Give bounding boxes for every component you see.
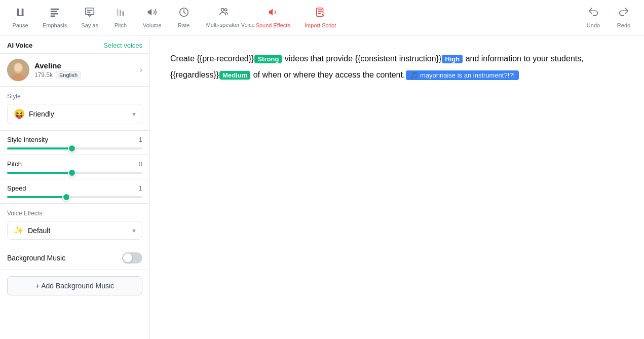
undo-label: Undo: [587, 22, 600, 28]
pitch-thumb[interactable]: [68, 169, 76, 177]
avatar: [7, 59, 29, 81]
style-intensity-slider[interactable]: [7, 147, 142, 149]
emphasis-icon: [49, 7, 60, 20]
speed-header: Speed 1: [7, 184, 142, 192]
svg-rect-2: [51, 9, 59, 10]
redo-icon: [618, 7, 629, 20]
svg-rect-1: [22, 9, 24, 16]
editor-text: videos that provide: [282, 54, 355, 63]
toolbar-pause[interactable]: Pause: [5, 4, 35, 31]
toolbar-multi-speaker[interactable]: Multi-speaker Voice: [199, 3, 249, 31]
pitch-row: Pitch 0: [0, 155, 149, 179]
volume-label: Volume: [143, 22, 162, 28]
toolbar-import-script[interactable]: Import Script: [297, 4, 343, 31]
editor-curly: {{consistent instruction}}: [355, 54, 442, 63]
add-bg-music-button[interactable]: + Add Background Music: [7, 276, 142, 295]
style-value: Friendly: [29, 110, 54, 118]
toolbar-volume[interactable]: Volume: [136, 4, 169, 31]
toolbar-sound-effects[interactable]: Sound Effects: [249, 4, 297, 31]
svg-rect-7: [87, 10, 93, 11]
pitch-label: Pitch: [115, 22, 127, 28]
toolbar-pitch[interactable]: Pitch: [105, 4, 136, 31]
style-intensity-header: Style Intensity 1: [7, 136, 142, 143]
svg-point-19: [15, 63, 22, 71]
sound-effect-tag[interactable]: 🎵 mayonnaise is an instrument?!?!: [406, 70, 519, 80]
bg-music-row: Background Music: [7, 252, 142, 263]
svg-point-13: [221, 9, 224, 11]
undo-button[interactable]: Undo: [578, 4, 609, 31]
main-content: AI Voice Select voices Aveline 179.5k En…: [0, 35, 644, 339]
svg-rect-0: [17, 9, 19, 16]
voice-effects-label: Voice Effects: [7, 210, 142, 217]
speed-slider[interactable]: [7, 196, 142, 198]
multi-speaker-label: Multi-speaker Voice: [206, 22, 242, 28]
editor-text: Create: [170, 54, 197, 63]
speed-fill: [7, 196, 66, 198]
editor-area[interactable]: Create {{pre-recorded}}Strong videos tha…: [150, 35, 644, 339]
voice-effects-emoji: ✨: [14, 225, 24, 235]
style-label: Style: [7, 93, 142, 100]
pitch-label: Pitch: [7, 160, 22, 168]
style-emoji: 😝: [14, 108, 25, 120]
svg-rect-15: [317, 8, 323, 17]
pitch-header: Pitch 0: [7, 160, 142, 168]
svg-rect-6: [86, 8, 94, 15]
import-script-icon: [315, 7, 326, 20]
svg-point-14: [224, 9, 227, 11]
rate-icon: [178, 7, 190, 20]
style-select[interactable]: 😝 Friendly ▾: [7, 104, 142, 124]
add-bg-music-label: + Add Background Music: [35, 282, 114, 290]
bg-music-label: Background Music: [7, 254, 65, 262]
chevron-right-icon: ›: [140, 65, 142, 74]
toolbar-say-as[interactable]: Say as: [74, 4, 105, 31]
svg-rect-11: [123, 11, 124, 16]
pitch-value: 0: [139, 160, 142, 168]
speed-thumb[interactable]: [62, 193, 70, 201]
editor-curly: {{pre-recorded}}: [197, 54, 254, 63]
voice-effects-value: Default: [28, 227, 50, 235]
voice-followers: 179.5k: [34, 71, 53, 79]
pause-icon: [15, 7, 26, 20]
speed-label: Speed: [7, 184, 26, 192]
voice-effects-left: ✨ Default: [14, 225, 50, 235]
editor-badge[interactable]: Strong: [254, 55, 282, 63]
speed-value: 1: [139, 184, 142, 192]
sound-effects-icon: [268, 7, 279, 20]
toolbar: Pause Emphasis Say as: [0, 0, 644, 35]
voice-language: English: [56, 71, 81, 79]
voice-effects-chevron-icon: ▾: [132, 227, 136, 235]
style-intensity-thumb[interactable]: [68, 144, 76, 153]
multi-speaker-icon: [218, 6, 230, 20]
style-intensity-value: 1: [139, 136, 142, 143]
editor-text: of when or where they access the content…: [251, 70, 405, 79]
ai-voice-title: AI Voice: [7, 42, 32, 49]
voice-name: Aveline: [34, 61, 135, 70]
select-voices-link[interactable]: Select voices: [103, 42, 142, 49]
style-intensity-label: Style Intensity: [7, 136, 48, 143]
bg-music-toggle[interactable]: [122, 252, 142, 263]
svg-rect-4: [51, 13, 58, 15]
editor-curly: {{regardless}}: [170, 70, 219, 79]
voice-effects-select[interactable]: ✨ Default ▾: [7, 221, 142, 240]
pitch-icon: [115, 7, 126, 20]
svg-rect-9: [117, 9, 119, 16]
svg-rect-10: [120, 10, 121, 16]
import-script-label: Import Script: [305, 22, 336, 28]
editor-badge[interactable]: Medium: [219, 71, 250, 80]
rate-label: Rate: [178, 22, 190, 28]
bg-music-section: Background Music: [0, 246, 149, 270]
toolbar-rate[interactable]: Rate: [169, 4, 199, 31]
pitch-slider[interactable]: [7, 172, 142, 174]
voice-meta: 179.5k English: [34, 71, 135, 79]
toggle-knob: [123, 253, 132, 262]
redo-label: Redo: [617, 22, 630, 28]
toolbar-emphasis[interactable]: Emphasis: [35, 4, 74, 31]
editor-badge[interactable]: High: [442, 55, 463, 63]
svg-rect-3: [51, 11, 57, 12]
emphasis-label: Emphasis: [43, 22, 67, 28]
svg-rect-5: [51, 15, 55, 17]
redo-button[interactable]: Redo: [609, 4, 639, 31]
voice-card[interactable]: Aveline 179.5k English ›: [0, 54, 149, 87]
say-as-icon: [84, 7, 95, 20]
voice-effects-section: Voice Effects ✨ Default ▾: [0, 204, 149, 246]
